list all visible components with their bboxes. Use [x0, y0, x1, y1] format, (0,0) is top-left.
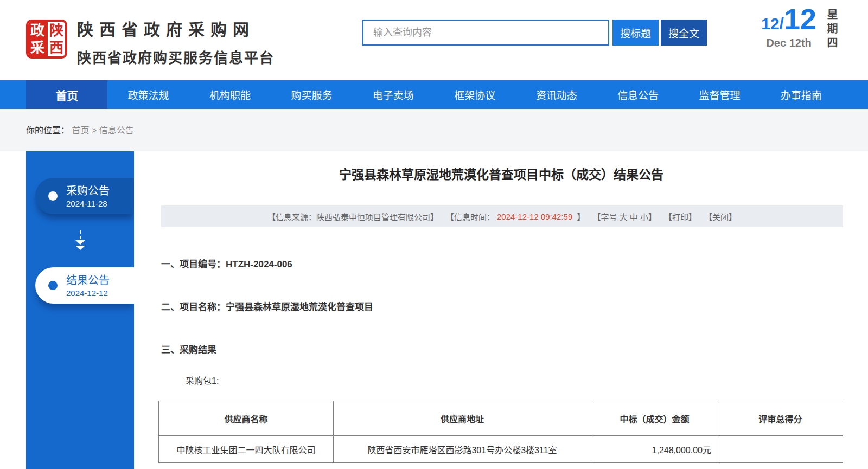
seal-char: 采 [28, 39, 47, 56]
site-subtitle: 陕西省政府购买服务信息平台 [77, 47, 275, 67]
search-input[interactable] [362, 20, 609, 46]
search-title-button[interactable]: 搜标题 [612, 20, 659, 46]
arrow-down-icon [69, 230, 91, 252]
cell-supplier-name: 中陕核工业集团二一四大队有限公司 [159, 436, 334, 463]
date-day: 12 [784, 4, 816, 34]
search-fulltext-button[interactable]: 搜全文 [661, 20, 707, 46]
timeline-step-result-announcement[interactable]: 结果公告 2024-12-12 [35, 267, 134, 304]
timeline-sidebar: 采购公告 2024-11-28 结果公告 2024-12-12 [26, 151, 134, 469]
section-procurement-result: 三、采购结果 [161, 342, 868, 356]
nav-item-guide[interactable]: 办事指南 [761, 80, 842, 109]
nav-item-supervision[interactable]: 监督管理 [679, 80, 760, 109]
breadcrumb-label: 你的位置： [26, 126, 69, 135]
site-header: 政 采 陕 西 陕西省政府采购网 陕西省政府购买服务信息平台 搜标题 搜全文 1… [0, 0, 868, 80]
close-button[interactable]: 【关闭】 [704, 211, 737, 222]
seal-char: 陕 [47, 22, 65, 39]
date-month: 12/ [761, 15, 784, 33]
header-supplier-address: 供应商地址 [334, 401, 591, 436]
nav-item-policy[interactable]: 政策法规 [107, 80, 189, 109]
nav-item-home[interactable]: 首页 [26, 80, 107, 109]
result-table: 供应商名称 供应商地址 中标（成交）金额 评审总得分 中陕核工业集团二一四大队有… [158, 401, 843, 463]
article-content: 宁强县森林草原湿地荒漠化普查项目中标（成交）结果公告 【信息来源：陕西弘泰中恒项… [134, 151, 868, 469]
site-logo-seal[interactable]: 政 采 陕 西 [26, 20, 67, 59]
cell-review-score [718, 436, 843, 463]
font-size-controls[interactable]: 【字号 大 中 小】 [592, 211, 656, 222]
step-dot-icon [48, 281, 58, 290]
nav-item-purchase-service[interactable]: 购买服务 [271, 80, 352, 109]
breadcrumb: 你的位置： 首页 > 信息公告 [26, 123, 134, 136]
cell-award-amount: 1,248,000.00元 [591, 436, 718, 463]
section-project-name: 二、项目名称：宁强县森林草原湿地荒漠化普查项目 [161, 299, 868, 313]
date-weekday: 星期四 [824, 9, 840, 51]
date-widget: 12/ 12 Dec 12th 星期四 [761, 4, 840, 51]
section-project-number: 一、项目编号：HTZH-2024-006 [161, 256, 868, 270]
breadcrumb-home-link[interactable]: 首页 [72, 126, 89, 135]
site-title: 陕西省政府采购网 [77, 16, 275, 40]
nav-item-announcements[interactable]: 信息公告 [597, 80, 679, 109]
meta-time-label: 【信息时间： [446, 211, 495, 222]
article-meta-bar: 【信息来源：陕西弘泰中恒项目管理有限公司】 【信息时间： 2024-12-12 … [161, 205, 843, 227]
header-supplier-name: 供应商名称 [159, 401, 334, 436]
nav-item-framework[interactable]: 框架协议 [434, 80, 515, 109]
nav-item-news[interactable]: 资讯动态 [515, 80, 597, 109]
breadcrumb-bar: 你的位置： 首页 > 信息公告 [0, 109, 868, 151]
header-review-score: 评审总得分 [718, 401, 843, 436]
meta-time-value: 2024-12-12 09:42:59 [497, 212, 572, 221]
timeline-step-procurement-announcement[interactable]: 采购公告 2024-11-28 [35, 178, 134, 214]
header-award-amount: 中标（成交）金额 [591, 401, 718, 436]
seal-char: 西 [47, 39, 65, 56]
breadcrumb-current-link[interactable]: 信息公告 [99, 126, 134, 135]
search-bar: 搜标题 搜全文 [362, 20, 707, 46]
step-date: 2024-11-28 [66, 199, 110, 208]
nav-item-emall[interactable]: 电子卖场 [353, 80, 434, 109]
step-dot-icon [48, 191, 58, 201]
seal-left-column: 政 采 [28, 22, 47, 56]
article-title: 宁强县森林草原湿地荒漠化普查项目中标（成交）结果公告 [134, 164, 868, 183]
page: 政 采 陕 西 陕西省政府采购网 陕西省政府购买服务信息平台 搜标题 搜全文 1… [0, 0, 868, 469]
main-region: 采购公告 2024-11-28 结果公告 2024-12-12 宁强县森林草原湿… [0, 151, 868, 469]
main-nav: 首页 政策法规 机构职能 购买服务 电子卖场 框架协议 资讯动态 信息公告 监督… [0, 80, 868, 109]
seal-char: 政 [28, 22, 47, 39]
meta-source: 【信息来源：陕西弘泰中恒项目管理有限公司】 [267, 211, 438, 222]
brand-block: 陕西省政府采购网 陕西省政府购买服务信息平台 [77, 16, 275, 67]
date-english: Dec 12th [766, 37, 811, 49]
main-nav-items: 首页 政策法规 机构职能 购买服务 电子卖场 框架协议 资讯动态 信息公告 监督… [26, 80, 842, 109]
package-label: 采购包1: [186, 374, 868, 387]
date-main: 12/ 12 Dec 12th [761, 4, 816, 49]
nav-item-functions[interactable]: 机构职能 [189, 80, 271, 109]
step-date: 2024-12-12 [66, 288, 110, 298]
step-title: 结果公告 [66, 274, 110, 287]
breadcrumb-separator: > [92, 126, 97, 135]
cell-supplier-address: 陕西省西安市雁塔区西影路301号办公楼3楼311室 [334, 436, 591, 463]
seal-right-column: 陕 西 [47, 22, 65, 56]
meta-time-close: 】 [575, 211, 585, 222]
step-title: 采购公告 [66, 184, 110, 197]
table-header-row: 供应商名称 供应商地址 中标（成交）金额 评审总得分 [159, 401, 843, 436]
print-button[interactable]: 【打印】 [664, 211, 697, 222]
date-number: 12/ 12 [761, 4, 816, 34]
table-row: 中陕核工业集团二一四大队有限公司 陕西省西安市雁塔区西影路301号办公楼3楼31… [159, 436, 843, 463]
